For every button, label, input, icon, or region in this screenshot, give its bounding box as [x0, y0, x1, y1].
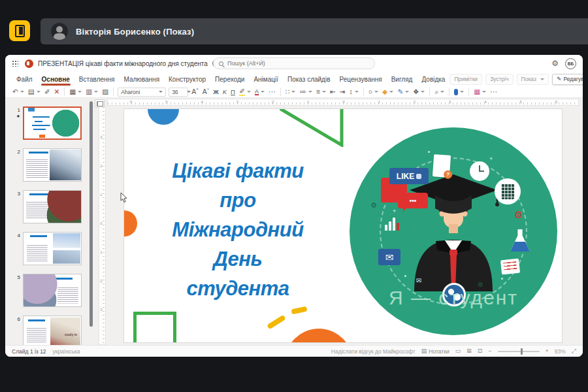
find-icon[interactable]: ⌕ — [433, 88, 446, 96]
document-icon — [500, 259, 520, 275]
grow-font-icon[interactable]: Aˆ — [189, 88, 201, 96]
decor-green-square — [133, 312, 176, 342]
tab-transitions[interactable]: Переходи — [210, 73, 249, 86]
dictate-icon[interactable] — [452, 88, 466, 96]
slide-thumbnail-preview[interactable]: study in — [23, 316, 82, 345]
shape-outline-icon[interactable]: ✎ — [395, 88, 411, 96]
ruler-number: 3 — [449, 100, 451, 104]
bullets-icon[interactable]: ∷ — [284, 88, 298, 96]
layout-icon[interactable]: ▥ — [84, 88, 100, 96]
slide-thumbnail-preview[interactable] — [23, 148, 82, 182]
gear-icon[interactable]: ⚙ — [551, 59, 559, 67]
picture-icon[interactable]: ▨ — [100, 88, 110, 96]
toolbar-button[interactable] — [280, 88, 281, 96]
app-launcher-icon[interactable] — [12, 60, 18, 67]
decor-yellow-dash — [267, 315, 286, 330]
presenter-name: Вікторія Борисенко (Показ) — [76, 27, 194, 37]
search-input[interactable] — [227, 60, 369, 67]
more-commands-icon[interactable]: ⋯ — [488, 88, 499, 96]
align-icon[interactable]: ≡ — [314, 88, 328, 96]
font-size-select[interactable]: 36 — [169, 88, 188, 97]
comments-button[interactable]: Примітки — [449, 74, 482, 85]
zoom-slider[interactable] — [498, 351, 540, 352]
format-painter-icon[interactable]: ✐ — [42, 88, 52, 96]
shape-fill-icon[interactable]: ◆ — [380, 88, 395, 96]
language-button[interactable]: українська — [53, 348, 80, 355]
decor-yellow-dash — [291, 306, 307, 315]
toolbar-button[interactable] — [363, 88, 364, 96]
tab-file[interactable]: Файл — [12, 73, 37, 86]
underline-button[interactable]: П — [229, 88, 237, 96]
toolbar-button[interactable] — [468, 88, 469, 96]
notes-button[interactable]: ▤ Нотатки — [421, 348, 449, 355]
highlighter-icon[interactable]: ✐ — [237, 87, 253, 97]
search-box[interactable] — [213, 57, 375, 69]
slide-thumbnail-preview[interactable] — [23, 232, 82, 265]
powerpoint-window: ПРЕЗЕНТАЦІЯ цікаві факти міжнародного дн… — [5, 55, 583, 357]
meeting-app-button[interactable] — [9, 20, 30, 41]
thumbnail-scrollbar[interactable] — [90, 101, 93, 327]
shrink-font-icon[interactable]: Aˇ — [201, 88, 212, 96]
zoom-level[interactable]: 93% — [555, 348, 566, 355]
new-slide-icon[interactable]: ▦ — [67, 88, 84, 96]
slide-number: 4 — [18, 233, 20, 238]
slide-canvas[interactable]: Цікаві фактипроМіжнароднийДеньстудента — [124, 109, 562, 342]
tab-home[interactable]: Основне — [37, 73, 74, 86]
tab-help[interactable]: Довідка — [417, 73, 449, 86]
toolbar-button[interactable] — [64, 88, 65, 96]
slide-thumbnail-1[interactable]: 1 ★ — [5, 106, 90, 140]
slide-thumbnail-preview[interactable] — [23, 190, 82, 223]
arrange-icon[interactable]: ❖ — [411, 88, 427, 96]
slide-title[interactable]: Цікаві фактипроМіжнароднийДеньстудента — [146, 156, 329, 303]
line-spacing-icon[interactable]: ↕ — [348, 88, 361, 96]
editing-mode-button[interactable]: ✎ Редагування — [552, 74, 583, 85]
tab-animations[interactable]: Анімації — [249, 73, 283, 86]
powerpoint-logo-icon[interactable] — [25, 59, 33, 68]
designer-icon[interactable]: ▦ — [472, 88, 488, 96]
undo-icon[interactable]: ↶ — [10, 88, 26, 96]
indent-icon[interactable]: ⇥ — [338, 88, 348, 96]
status-bar: Слайд 1 із 12 українська Надіслати відгу… — [5, 345, 583, 357]
shapes-icon[interactable]: ○ — [367, 88, 380, 96]
decor-blue-semicircle — [148, 109, 179, 125]
feedback-link[interactable]: Надіслати відгук до Майкрософт — [331, 348, 416, 355]
clipboard-paste-icon[interactable]: ▤ — [26, 88, 42, 96]
account-avatar[interactable]: ВБ — [565, 58, 576, 69]
slide-thumbnail-preview[interactable] — [23, 274, 82, 307]
tab-view[interactable]: Вигляд — [387, 73, 417, 86]
slide-thumbnail-2[interactable]: 2 — [5, 148, 90, 182]
delete-icon[interactable]: ✕ — [52, 88, 62, 96]
bold-button[interactable]: Ж — [211, 88, 221, 96]
zoom-in-button[interactable]: + — [546, 348, 549, 354]
tab-review[interactable]: Рецензування — [335, 73, 386, 86]
normal-view-button[interactable]: ▭ — [455, 348, 461, 354]
slide-number: 5 — [18, 274, 20, 280]
slide-thumbnail-6[interactable]: 6 study in — [5, 316, 90, 345]
font-name-select[interactable]: Aharoni — [118, 88, 166, 97]
tab-design[interactable]: Конструктор — [164, 73, 210, 86]
toolbar-button[interactable] — [429, 88, 430, 96]
more-font-options-icon[interactable]: ⋯ — [267, 88, 278, 96]
tab-slideshow[interactable]: Показ слайдів — [283, 73, 335, 86]
zoom-out-button[interactable]: − — [488, 348, 491, 354]
outdent-icon[interactable]: ⇤ — [328, 88, 338, 96]
toolbar-button[interactable] — [449, 88, 449, 96]
document-title[interactable]: ПРЕЗЕНТАЦІЯ цікаві факти міжнародного дн… — [38, 60, 208, 67]
font-color-icon[interactable]: A — [253, 88, 267, 97]
fit-to-window-button[interactable]: ⤢ — [572, 348, 576, 354]
slide-sorter-view-button[interactable]: ⊞ — [466, 348, 472, 354]
slide-thumbnail-3[interactable]: 3 — [5, 190, 90, 223]
present-button[interactable]: Показ — [517, 74, 549, 85]
tab-insert[interactable]: Вставлення — [74, 73, 120, 86]
slideshow-view-button[interactable]: ⊡ — [478, 348, 483, 354]
slide-number: 6 — [18, 316, 20, 322]
slide-thumbnail-preview[interactable] — [23, 106, 82, 140]
student-illustration[interactable]: LIKE ••• ? ⚙ ⚙ ⚙ ✉ ✉ — [350, 127, 557, 335]
numbering-icon[interactable]: ≔ — [297, 88, 314, 96]
toolbar-button[interactable] — [113, 88, 114, 96]
slide-thumbnail-4[interactable]: 4 — [5, 232, 90, 265]
italic-button[interactable]: K — [221, 88, 229, 96]
meet-now-button[interactable]: Зустріч — [485, 74, 513, 85]
slide-thumbnail-5[interactable]: 5 — [5, 274, 90, 307]
tab-draw[interactable]: Малювання — [119, 73, 164, 86]
